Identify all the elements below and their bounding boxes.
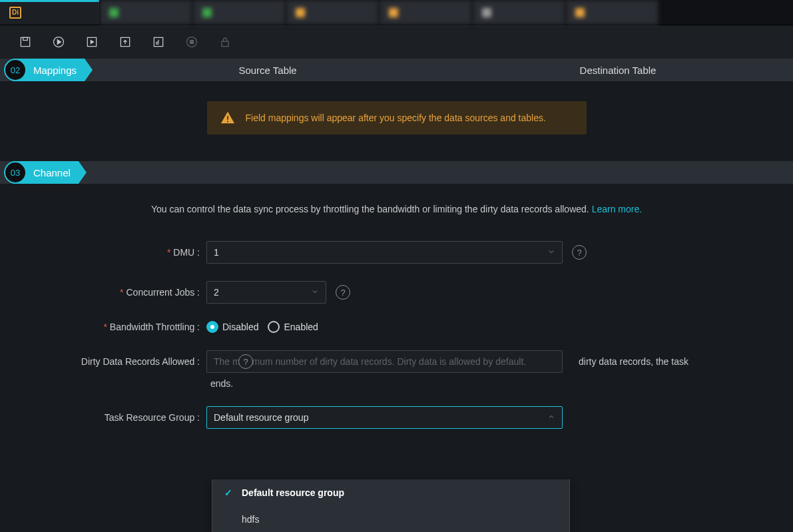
help-icon[interactable]: ? — [572, 245, 587, 260]
dirty-suffix: dirty data records, the task — [579, 356, 688, 367]
chevron-up-icon — [547, 412, 555, 423]
svg-rect-11 — [227, 121, 228, 123]
learn-more-link[interactable]: Learn more. — [592, 204, 642, 214]
tab[interactable] — [100, 0, 193, 25]
tab-active[interactable]: Di — [0, 0, 100, 25]
tab[interactable] — [380, 0, 473, 25]
stop-icon[interactable] — [185, 35, 198, 49]
dmu-select[interactable]: 1 — [206, 241, 563, 264]
section-mappings-header: 02 Mappings Source Table Destination Tab… — [0, 59, 793, 81]
section-num: 03 — [4, 161, 27, 184]
mappings-col-source: Source Table — [93, 65, 443, 76]
svg-rect-10 — [227, 116, 228, 120]
dirty-label: Dirty Data Records Allowed : — [0, 356, 206, 367]
throttling-label: *Bandwidth Throttling : — [0, 322, 206, 332]
svg-rect-0 — [21, 37, 29, 46]
help-icon[interactable]: ? — [238, 354, 253, 369]
dirty-suffix-2: ends. — [206, 378, 793, 389]
run-config-icon[interactable] — [85, 35, 99, 49]
throttling-disabled-radio[interactable]: Disabled — [206, 321, 258, 333]
help-icon[interactable]: ? — [336, 285, 350, 300]
concurrent-select[interactable]: 2 — [206, 281, 326, 304]
resource-option-hdfs[interactable]: hdfs — [212, 506, 569, 532]
resource-select[interactable]: Default resource group — [206, 406, 563, 429]
tab[interactable] — [193, 0, 286, 25]
tab-strip: Di — [0, 0, 793, 25]
dmu-label: *DMU : — [0, 247, 206, 258]
app-logo-icon: Di — [9, 7, 21, 19]
toolbar — [0, 25, 793, 59]
dirty-records-input[interactable] — [206, 350, 563, 373]
mappings-warning: Field mappings will appear after you spe… — [207, 101, 587, 134]
save-icon[interactable] — [19, 35, 32, 49]
warning-icon — [220, 111, 235, 125]
lock-icon[interactable] — [218, 35, 232, 49]
mappings-col-destination: Destination Table — [443, 65, 793, 76]
svg-rect-1 — [23, 37, 28, 40]
channel-description: You can control the data sync process by… — [0, 204, 793, 214]
tab[interactable] — [286, 0, 380, 25]
svg-rect-9 — [222, 41, 228, 46]
svg-point-6 — [156, 42, 158, 44]
tab[interactable] — [566, 0, 659, 25]
warning-text: Field mappings will appear after you spe… — [246, 113, 546, 123]
chevron-down-icon — [547, 247, 555, 258]
resource-option-default[interactable]: Default resource group — [212, 479, 569, 506]
svg-rect-8 — [190, 41, 194, 44]
resource-dropdown-panel: Default resource group hdfs — [212, 479, 570, 532]
resource-label: Task Resource Group : — [0, 412, 206, 423]
concurrent-label: *Concurrent Jobs : — [0, 287, 206, 298]
throttling-enabled-radio[interactable]: Enabled — [268, 321, 318, 333]
run-icon[interactable] — [52, 35, 65, 49]
deploy-icon[interactable] — [152, 35, 165, 49]
submit-icon[interactable] — [119, 35, 132, 49]
section-num: 02 — [4, 59, 27, 81]
tab[interactable] — [473, 0, 566, 25]
section-channel-header: 03 Channel — [0, 161, 793, 184]
chevron-down-icon — [311, 287, 319, 298]
